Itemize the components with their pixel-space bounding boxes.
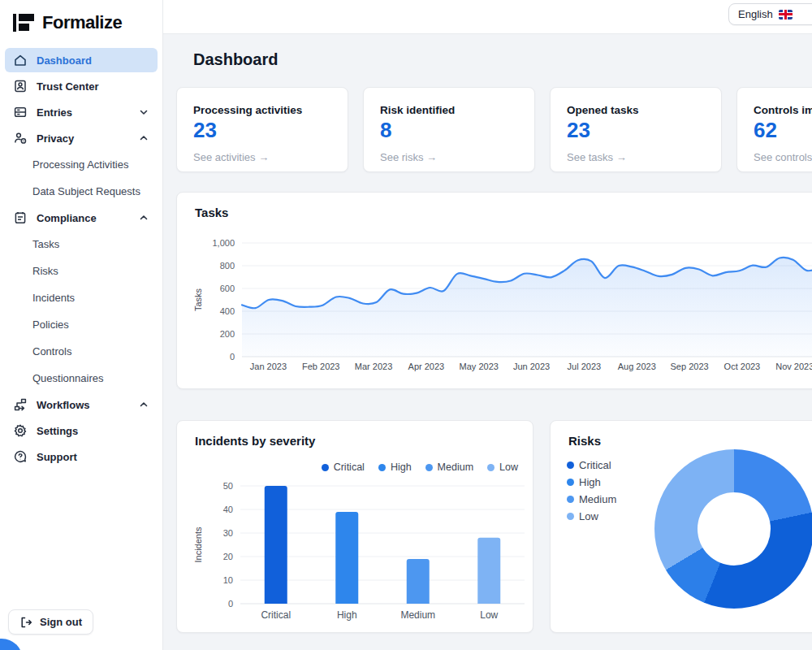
stat-card-controls-implemented: Controls implemented 62 See controls → bbox=[736, 87, 812, 172]
legend-dot bbox=[425, 464, 433, 471]
sidebar-item-label: Dashboard bbox=[37, 54, 92, 67]
svg-text:0: 0 bbox=[230, 352, 235, 362]
risks-donut-chart bbox=[654, 449, 812, 609]
see-risks-link[interactable]: See risks → bbox=[380, 151, 518, 163]
chevron-up-icon bbox=[138, 399, 149, 410]
stat-card-opened-tasks: Opened tasks 23 See tasks → bbox=[550, 87, 722, 172]
chevron-up-icon bbox=[138, 132, 149, 144]
sidebar-item-label: Incidents bbox=[32, 292, 75, 304]
sign-out-icon bbox=[19, 616, 32, 629]
sidebar-item-label: Entries bbox=[37, 106, 72, 119]
badge-icon bbox=[13, 79, 28, 93]
legend-item-high[interactable]: High bbox=[378, 462, 412, 473]
sidebar-item-label: Tasks bbox=[32, 238, 59, 250]
gear-icon bbox=[13, 423, 28, 438]
sidebar: Formalize Dashboard Trust Center bbox=[0, 0, 163, 650]
sidebar-item-support[interactable]: Support bbox=[5, 444, 158, 469]
stat-label: Opened tasks bbox=[567, 104, 705, 116]
svg-text:Critical: Critical bbox=[261, 609, 291, 621]
incidents-legend: CriticalHighMediumLow bbox=[322, 462, 518, 473]
svg-text:Apr 2023: Apr 2023 bbox=[408, 362, 445, 371]
stat-card-processing-activities: Processing activities 23 See activities … bbox=[176, 87, 348, 172]
chat-widget-bubble[interactable] bbox=[0, 639, 23, 650]
sidebar-item-tasks[interactable]: Tasks bbox=[5, 232, 158, 257]
stat-card-risk-identified: Risk identified 8 See risks → bbox=[363, 87, 535, 172]
svg-text:0: 0 bbox=[228, 599, 233, 609]
sidebar-item-settings[interactable]: Settings bbox=[5, 418, 158, 443]
app-name: Formalize bbox=[42, 12, 122, 33]
sidebar-item-label: Privacy bbox=[37, 132, 74, 145]
chevron-up-icon bbox=[138, 212, 149, 223]
legend-label: Critical bbox=[334, 462, 365, 473]
svg-text:Tasks: Tasks bbox=[193, 288, 203, 311]
sidebar-item-label: Controls bbox=[32, 345, 71, 358]
sidebar-item-trust-center[interactable]: Trust Center bbox=[5, 74, 158, 98]
see-controls-link[interactable]: See controls → bbox=[754, 151, 812, 163]
risks-legend: CriticalHighMediumLow bbox=[567, 459, 616, 522]
svg-text:Mar 2023: Mar 2023 bbox=[355, 362, 392, 371]
formalize-logo-icon bbox=[13, 13, 35, 32]
incidents-chart-panel: Incidents by severity CriticalHighMedium… bbox=[176, 420, 533, 633]
see-activities-link[interactable]: See activities → bbox=[193, 151, 331, 163]
stat-label: Processing activities bbox=[193, 104, 331, 116]
compliance-icon bbox=[13, 210, 28, 225]
svg-text:30: 30 bbox=[223, 528, 233, 538]
svg-text:Medium: Medium bbox=[400, 609, 435, 621]
sidebar-item-dashboard[interactable]: Dashboard bbox=[5, 48, 158, 72]
help-icon bbox=[13, 449, 28, 464]
legend-label: Low bbox=[499, 462, 518, 473]
sidebar-item-label: Support bbox=[37, 451, 77, 463]
sidebar-item-processing-activities[interactable]: Processing Activities bbox=[5, 152, 158, 177]
legend-dot bbox=[378, 464, 386, 471]
stat-value: 23 bbox=[567, 119, 705, 142]
sidebar-item-compliance[interactable]: Compliance bbox=[5, 206, 158, 230]
donut-hole bbox=[698, 492, 771, 566]
svg-text:600: 600 bbox=[220, 284, 235, 293]
legend-label: Low bbox=[579, 510, 598, 522]
uk-flag-icon bbox=[779, 10, 793, 20]
legend-label: High bbox=[391, 462, 412, 473]
legend-dot bbox=[567, 462, 574, 469]
stat-value: 8 bbox=[380, 119, 518, 142]
legend-dot bbox=[567, 513, 574, 520]
sign-out-button[interactable]: Sign out bbox=[8, 609, 93, 635]
sidebar-item-risks[interactable]: Risks bbox=[5, 258, 158, 284]
svg-text:Oct 2023: Oct 2023 bbox=[724, 362, 761, 371]
svg-text:Feb 2023: Feb 2023 bbox=[302, 362, 339, 371]
legend-item-critical[interactable]: Critical bbox=[567, 459, 616, 471]
tasks-chart-title: Tasks bbox=[195, 206, 228, 219]
stat-label: Controls implemented bbox=[754, 104, 812, 116]
sidebar-item-label: Trust Center bbox=[37, 80, 99, 93]
language-selector[interactable]: English bbox=[728, 3, 812, 25]
sidebar-item-controls[interactable]: Controls bbox=[5, 339, 158, 364]
sidebar-item-questionnaires[interactable]: Questionnaires bbox=[5, 366, 158, 391]
privacy-icon bbox=[13, 131, 28, 145]
risks-chart-panel: Risks CriticalHighMediumLow bbox=[550, 420, 812, 633]
app-logo[interactable]: Formalize bbox=[0, 0, 162, 43]
legend-item-medium[interactable]: Medium bbox=[425, 462, 473, 473]
entries-icon bbox=[13, 105, 28, 119]
sidebar-item-workflows[interactable]: Workflows bbox=[5, 392, 158, 417]
stat-value: 23 bbox=[193, 119, 331, 142]
legend-label: High bbox=[579, 476, 601, 488]
svg-text:800: 800 bbox=[220, 261, 235, 271]
risks-chart-title: Risks bbox=[568, 434, 601, 448]
legend-item-medium[interactable]: Medium bbox=[567, 493, 616, 505]
sidebar-item-policies[interactable]: Policies bbox=[5, 312, 158, 337]
svg-text:High: High bbox=[337, 609, 357, 621]
sidebar-item-data-subject-requests[interactable]: Data Subject Requests bbox=[5, 179, 158, 204]
legend-item-low[interactable]: Low bbox=[567, 510, 616, 522]
sidebar-item-entries[interactable]: Entries bbox=[5, 100, 158, 124]
legend-label: Medium bbox=[438, 462, 473, 473]
legend-label: Medium bbox=[579, 493, 616, 505]
stat-label: Risk identified bbox=[380, 104, 518, 116]
see-tasks-link[interactable]: See tasks → bbox=[567, 151, 705, 163]
legend-item-high[interactable]: High bbox=[567, 476, 616, 488]
sidebar-item-privacy[interactable]: Privacy bbox=[5, 126, 158, 150]
svg-text:50: 50 bbox=[223, 481, 233, 491]
sidebar-item-incidents[interactable]: Incidents bbox=[5, 285, 158, 310]
legend-item-low[interactable]: Low bbox=[487, 462, 518, 473]
svg-text:40: 40 bbox=[223, 505, 233, 514]
legend-item-critical[interactable]: Critical bbox=[322, 462, 365, 473]
tasks-chart-panel: Tasks 02004006008001,000TasksJan 2023Feb… bbox=[176, 192, 812, 389]
